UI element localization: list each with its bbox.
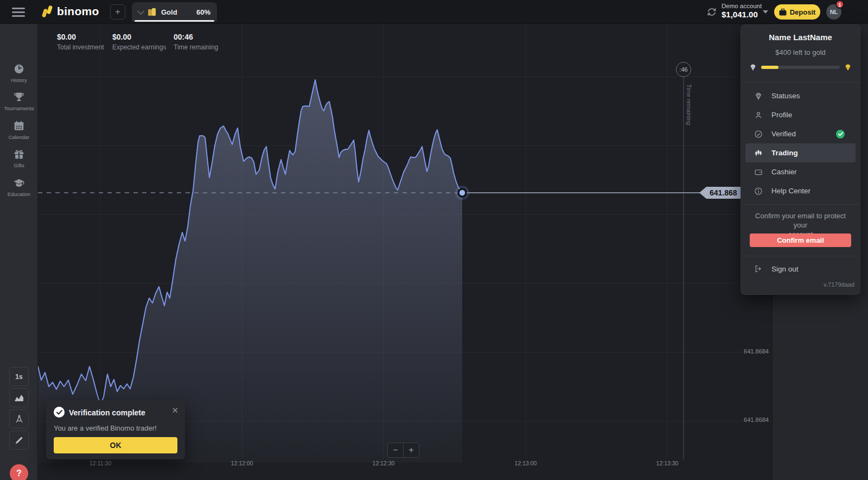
- silver-gem-icon: [749, 63, 757, 72]
- x-axis-tick: 12:12:00: [231, 460, 253, 466]
- sign-out-button[interactable]: Sign out: [745, 261, 856, 277]
- drawing-tools-button[interactable]: [9, 431, 29, 450]
- sidebar-item-gifts[interactable]: Gifts: [0, 148, 38, 168]
- interval-selector-button[interactable]: 1s: [9, 367, 29, 386]
- menu-icon[interactable]: [12, 8, 25, 17]
- menu-item-statuses[interactable]: Statuses: [745, 86, 856, 105]
- area-chart-icon: [14, 394, 24, 402]
- menu-item-verified[interactable]: Verified: [745, 124, 856, 143]
- menu-item-label: Help Center: [771, 187, 810, 195]
- stat-value: $0.00: [112, 33, 166, 41]
- asset-tab-gold[interactable]: Gold 60%: [132, 2, 217, 22]
- menu-item-label: Profile: [771, 111, 792, 119]
- x-axis-tick: 12:11:30: [90, 460, 111, 466]
- sidebar-item-label: Tournaments: [0, 105, 38, 111]
- y-axis-tick: 641.8684: [744, 416, 769, 423]
- asset-name: Gold: [161, 8, 192, 16]
- wallet-icon: [779, 9, 787, 16]
- x-axis-tick: 12:13:00: [515, 460, 537, 466]
- user-name: Name LastName: [741, 33, 860, 42]
- menu-item-label: Cashier: [771, 168, 797, 176]
- current-point-marker: [455, 186, 469, 200]
- toast-title: Verification complete: [69, 408, 145, 417]
- account-balance: $1,041.00: [722, 10, 762, 19]
- sidebar-item-tournaments[interactable]: Tournaments: [0, 91, 38, 111]
- graduation-cap-icon: [12, 177, 25, 189]
- app-version: v.7179daad: [824, 281, 854, 288]
- sidebar-item-label: Gifts: [0, 162, 38, 168]
- refresh-icon[interactable]: [707, 7, 717, 17]
- account-type: Demo account: [722, 3, 762, 9]
- zoom-out-button[interactable]: −: [387, 443, 404, 458]
- add-asset-tab-button[interactable]: +: [110, 4, 125, 20]
- divider: [741, 256, 860, 256]
- binomo-bolt-icon: [42, 4, 53, 19]
- binomo-logo: binomo: [42, 4, 99, 19]
- account-menu-panel: Name LastName $400 left to gold Statuses…: [741, 24, 860, 295]
- y-axis-tick: 641.8684: [744, 348, 769, 355]
- menu-item-help-center[interactable]: Help Center: [745, 181, 856, 200]
- sidebar-item-history[interactable]: History: [0, 63, 38, 83]
- deposit-button[interactable]: Deposit: [774, 4, 820, 20]
- account-chevron-icon[interactable]: [763, 10, 768, 14]
- chart-type-button[interactable]: [9, 388, 29, 407]
- confirm-email-button[interactable]: Confirm email: [750, 233, 851, 247]
- stat-value: $0.00: [57, 33, 104, 41]
- sidebar-item-label: History: [0, 77, 38, 83]
- stat-expected-earnings: $0.00 Expected earnings: [112, 33, 166, 51]
- top-bar: binomo + Gold 60% Demo account $1,041.00…: [0, 0, 868, 24]
- verification-toast: Verification complete ✕ You are a verifi…: [46, 400, 185, 459]
- toast-ok-button[interactable]: OK: [54, 437, 177, 453]
- drafting-compass-icon: [15, 414, 24, 424]
- status-progress-fill: [761, 66, 778, 69]
- info-circle-icon: [754, 187, 763, 195]
- asset-payout: 60%: [196, 8, 210, 16]
- x-axis-tick: 12:13:30: [656, 460, 679, 466]
- gem-outline-icon: [754, 92, 763, 100]
- toast-body: You are a verified Binomo trader!: [54, 424, 157, 432]
- menu-item-profile[interactable]: Profile: [745, 105, 856, 124]
- stat-label: Time remaining: [174, 43, 218, 51]
- countdown-badge: :46: [676, 62, 691, 77]
- zoom-in-button[interactable]: +: [403, 443, 419, 458]
- verified-check-badge: [836, 130, 845, 138]
- stat-label: Expected earnings: [112, 43, 166, 51]
- close-icon[interactable]: ✕: [171, 406, 178, 415]
- sidebar-item-education[interactable]: Education: [0, 177, 38, 197]
- history-clock-icon: [13, 63, 25, 75]
- deposit-label: Deposit: [790, 8, 816, 16]
- gold-asset-icon: [148, 8, 157, 17]
- menu-item-label: Statuses: [771, 92, 800, 100]
- account-switcher[interactable]: Demo account $1,041.00: [722, 3, 762, 19]
- sidebar-item-label: Education: [0, 191, 38, 197]
- menu-item-label: Verified: [771, 130, 796, 138]
- countdown-axis-label: Time remaining: [686, 84, 692, 125]
- status-progress-bar: [761, 66, 840, 69]
- gold-gem-icon: [844, 63, 852, 72]
- gift-icon: [13, 148, 25, 160]
- sidebar-item-label: Calendar: [0, 134, 38, 140]
- binomo-trading-app: 12:11:30 12:12:00 12:12:30 12:13:00 12:1…: [0, 0, 868, 480]
- help-button[interactable]: ?: [10, 464, 28, 480]
- wallet-outline-icon: [754, 168, 763, 176]
- pencil-icon: [15, 436, 23, 445]
- calendar-icon: [13, 120, 25, 132]
- notification-count-badge: 1: [835, 0, 844, 9]
- chevron-down-icon[interactable]: [137, 8, 144, 15]
- candlestick-chart-icon: [754, 149, 763, 157]
- stat-total-investment: $0.00 Total investment: [57, 33, 104, 51]
- stat-time-remaining: 00:46 Time remaining: [174, 33, 218, 51]
- status-progress-caption: $400 left to gold: [741, 48, 860, 56]
- stat-value: 00:46: [174, 33, 218, 41]
- sign-out-icon: [754, 264, 763, 273]
- person-icon: [754, 111, 763, 119]
- sign-out-label: Sign out: [771, 265, 799, 273]
- sidebar-item-calendar[interactable]: Calendar: [0, 120, 38, 140]
- check-circle-icon: [54, 407, 65, 418]
- menu-item-trading[interactable]: Trading: [745, 143, 856, 162]
- menu-item-label: Trading: [771, 149, 798, 157]
- check-circle-outline-icon: [754, 130, 763, 138]
- menu-item-cashier[interactable]: Cashier: [745, 162, 856, 181]
- left-sidebar: History Tournaments Calendar: [0, 24, 38, 480]
- indicators-button[interactable]: [9, 409, 29, 428]
